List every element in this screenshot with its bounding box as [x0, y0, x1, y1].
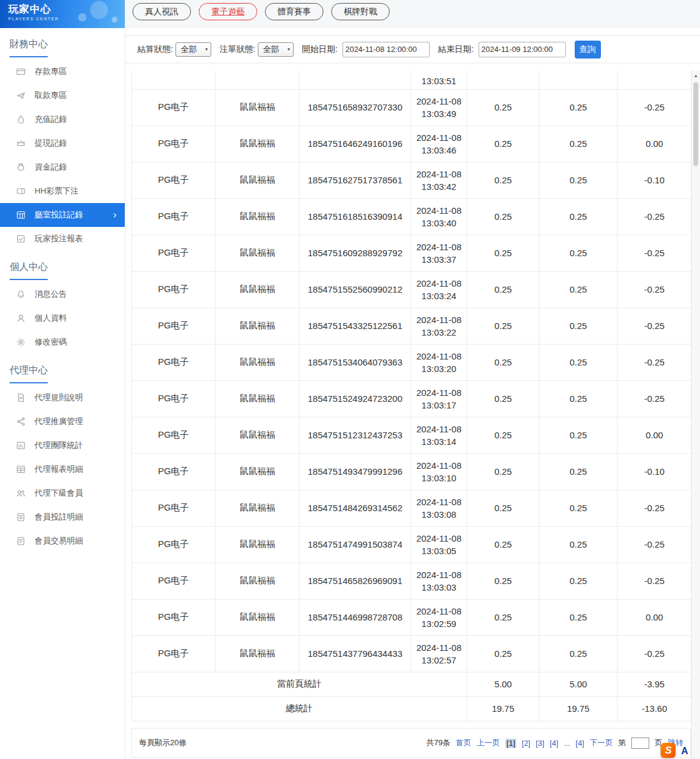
- member-trans-icon: [16, 536, 26, 546]
- bell-icon: [16, 290, 26, 299]
- valid-bet-cell: 0.25: [539, 162, 618, 198]
- category-tab[interactable]: 體育賽事: [265, 3, 323, 20]
- prev-page-link[interactable]: 上一页: [477, 738, 500, 748]
- doc-icon: [16, 393, 26, 402]
- sidebar-item-label: HH彩票下注: [35, 186, 79, 196]
- jump-page-input[interactable]: [631, 738, 649, 749]
- bet-amount-cell: 0.25: [467, 308, 539, 344]
- game-cell: 鼠鼠福福: [215, 490, 300, 526]
- sidebar-item[interactable]: 資金記錄: [0, 155, 125, 179]
- gear-icon: [16, 337, 26, 347]
- sidebar-item-label: 代理下級會員: [35, 488, 83, 499]
- valid-bet-cell: 0.25: [539, 198, 618, 235]
- net-cell: 0.00: [618, 125, 692, 162]
- sidebar-item[interactable]: 存款專區: [0, 60, 125, 84]
- next-page-link[interactable]: 下一页: [590, 738, 613, 748]
- sidebar-header: 玩家中心 PLAYERS CENTER: [0, 0, 125, 28]
- bet-amount-cell: 0.25: [467, 162, 539, 198]
- bet-amount-cell: 0.25: [467, 526, 539, 563]
- category-tab[interactable]: 棋牌對戰: [331, 3, 390, 20]
- bet-status-select[interactable]: 全部 ▾: [258, 42, 294, 57]
- sidebar-item[interactable]: 消息公告: [0, 282, 125, 306]
- bet-id-cell: 1854751618516390914: [300, 198, 411, 235]
- game-cell: 鼠鼠福福: [215, 417, 300, 453]
- bet-status-value: 全部: [263, 44, 279, 55]
- app-subtitle: PLAYERS CENTER: [8, 17, 125, 21]
- time-cell: 2024-11-0813:02:57: [411, 635, 467, 672]
- provider-cell: PG电子: [132, 563, 215, 599]
- sidebar-item[interactable]: 充值記錄: [0, 107, 125, 131]
- sidebar-item[interactable]: 修改密碼: [0, 330, 125, 354]
- total-summary-label: 總統計: [132, 696, 467, 721]
- time-cell: 2024-11-0813:03:49: [411, 89, 467, 125]
- vertical-scrollbar[interactable]: ▲: [691, 70, 700, 759]
- valid-bet-cell: 0.25: [539, 125, 618, 162]
- settle-status-label: 結算狀態:: [137, 44, 173, 55]
- first-page-link[interactable]: 首页: [456, 738, 471, 748]
- bet-row: PG电子鼠鼠福福18547514469987287082024-11-0813:…: [132, 599, 692, 635]
- game-cell: 鼠鼠福福: [215, 344, 300, 380]
- sidebar-item[interactable]: 玩家投注報表: [0, 227, 125, 251]
- page-number-link[interactable]: [1]: [505, 739, 516, 748]
- sidebar-item-label: 代理推廣管理: [35, 416, 83, 427]
- sidebar-item[interactable]: 廳室投註記錄›: [0, 203, 125, 227]
- sogou-ime-icon[interactable]: S: [661, 743, 676, 758]
- provider-cell: PG电子: [132, 89, 215, 125]
- valid-bet-cell: 0.25: [539, 417, 618, 453]
- sidebar-item[interactable]: 個人資料: [0, 306, 125, 330]
- sidebar-item[interactable]: 代理推廣管理: [0, 410, 125, 434]
- bet-amount-cell: 0.25: [467, 453, 539, 490]
- valid-bet-cell: 0.25: [539, 235, 618, 271]
- scrollbar-thumb[interactable]: [693, 82, 698, 166]
- sidebar-item-label: 充值記錄: [35, 114, 67, 125]
- bet-row: PG电子鼠鼠福福18547515340640793632024-11-0813:…: [132, 344, 692, 380]
- page-number-link[interactable]: [4]: [550, 739, 558, 748]
- time-cell: 2024-11-0813:03:08: [411, 490, 467, 526]
- game-cell: 鼠鼠福福: [215, 380, 300, 417]
- provider-cell: PG电子: [132, 162, 215, 198]
- page-number-link[interactable]: [4]: [576, 739, 584, 748]
- valid-bet-cell: 0.25: [539, 453, 618, 490]
- sidebar-item[interactable]: 代理規則說明: [0, 386, 125, 410]
- start-date-input[interactable]: [343, 42, 430, 57]
- scroll-up-arrow-icon[interactable]: ▲: [692, 70, 700, 81]
- sidebar-item[interactable]: 代理團隊統計: [0, 434, 125, 457]
- page-number-link[interactable]: [3]: [536, 739, 544, 748]
- time-cell: 2024-11-0813:03:20: [411, 344, 467, 380]
- end-date-input[interactable]: [479, 42, 566, 57]
- provider-cell: PG电子: [132, 198, 215, 235]
- ime-indicator[interactable]: S A: [661, 743, 688, 758]
- sidebar-item[interactable]: 代理下級會員: [0, 481, 125, 505]
- bet-amount-cell: 0.25: [467, 635, 539, 672]
- page-number-link[interactable]: [2]: [522, 739, 530, 748]
- net-cell: -0.25: [618, 490, 692, 526]
- bet-amount-cell: 0.25: [467, 344, 539, 380]
- sidebar-item[interactable]: 提現記錄: [0, 131, 125, 155]
- category-tab[interactable]: 電子遊藝: [199, 3, 257, 20]
- game-cell: 鼠鼠福福: [215, 125, 300, 162]
- total-count-text: 共79条: [426, 738, 450, 748]
- game-cell: [215, 70, 300, 89]
- provider-cell: PG电子: [132, 417, 215, 453]
- game-cell: 鼠鼠福福: [215, 271, 300, 308]
- bet-id-cell: 1854751465826969091: [300, 563, 411, 599]
- bet-row: PG电子鼠鼠福福18547514377964344332024-11-0813:…: [132, 635, 692, 672]
- share-icon: [16, 417, 26, 426]
- sidebar-item[interactable]: 取款專區: [0, 84, 125, 107]
- game-cell: 鼠鼠福福: [215, 235, 300, 271]
- section-heading-label: 個人中心: [10, 261, 48, 280]
- sidebar-item[interactable]: 代理報表明細: [0, 457, 125, 481]
- bet-row: PG电子鼠鼠福福18547515123124372532024-11-0813:…: [132, 417, 692, 453]
- time-cell: 2024-11-0813:03:24: [411, 271, 467, 308]
- sidebar-item[interactable]: 會員交易明細: [0, 529, 125, 553]
- end-date-label: 結束日期:: [438, 44, 474, 55]
- settle-status-select[interactable]: 全部 ▾: [175, 42, 211, 57]
- category-tab[interactable]: 真人視訊: [132, 3, 191, 20]
- provider-cell: PG电子: [132, 635, 215, 672]
- bet-id-cell: 1854751437796434433: [300, 635, 411, 672]
- total-summary-row: 總統計 19.75 19.75 -13.60: [132, 696, 692, 721]
- bet-id-cell: 1854751658932707330: [300, 89, 411, 125]
- sidebar-item[interactable]: HH彩票下注: [0, 179, 125, 203]
- search-button[interactable]: 查詢: [575, 41, 601, 59]
- sidebar-item[interactable]: 會員投註明細: [0, 505, 125, 529]
